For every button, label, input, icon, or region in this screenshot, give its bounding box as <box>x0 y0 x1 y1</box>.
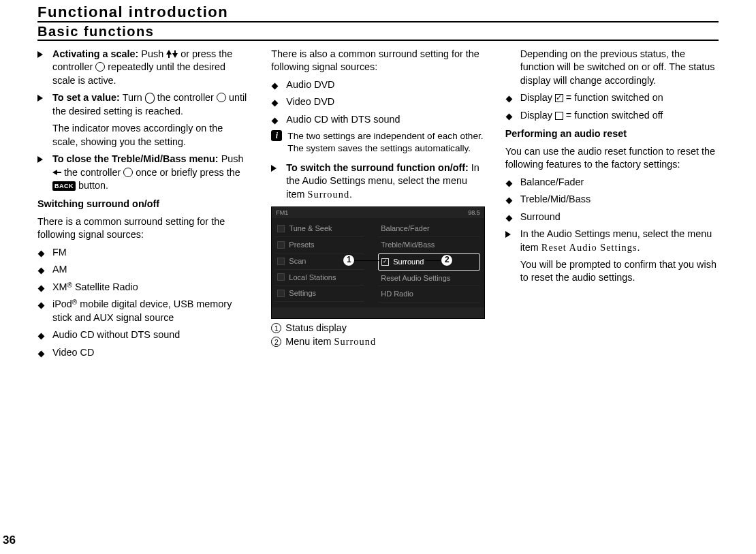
back-button-icon: BACK <box>52 181 76 191</box>
paragraph: There is a common surround setting for t… <box>37 215 251 242</box>
diamond-bullet-icon <box>38 268 45 275</box>
triangle-bullet-icon <box>37 95 43 102</box>
step-bold: To close the Treble/Mid/Bass menu: <box>52 153 219 164</box>
circled-1-icon: 1 <box>271 323 281 333</box>
screenshot-right-row: Treble/Mid/Bass <box>378 237 479 253</box>
device-screenshot: FM1 98.5 Tune & Seek Presets Scan Local … <box>271 206 484 319</box>
section-title: Basic functions <box>37 24 719 41</box>
list-item: Treble/Mid/Bass <box>505 193 719 206</box>
step-confirm-note: You will be prompted to confirm that you… <box>505 258 719 285</box>
screenshot-left-row: Settings <box>274 286 364 302</box>
paragraph: You can use the audio reset function to … <box>505 145 719 172</box>
list-item: Display = function switched off <box>505 109 719 123</box>
step-close-menu: To close the Treble/Mid/Bass menu: Push … <box>37 153 251 192</box>
arrow-left-icon <box>52 166 61 179</box>
subheading-audio-reset: Performing an audio reset <box>505 127 719 140</box>
list-item: AM <box>37 263 251 277</box>
triangle-bullet-icon <box>505 231 511 238</box>
step-set-value: To set a value: Turn the controller unti… <box>37 91 251 118</box>
menu-glyph-icon <box>277 273 285 281</box>
paragraph: There is also a common surround setting … <box>271 48 484 74</box>
list-item: Audio CD without DTS sound <box>37 328 251 342</box>
column-2: There is also a common surround setting … <box>271 48 484 363</box>
diamond-bullet-icon <box>505 180 512 187</box>
arrow-up-icon <box>166 48 172 61</box>
screenshot-band: FM1 <box>276 209 288 216</box>
rotate-icon <box>145 93 155 102</box>
triangle-bullet-icon <box>37 51 43 58</box>
step-switch-surround: To switch the surround function on/off: … <box>271 161 484 201</box>
step-result-note: Depending on the previous status, the fu… <box>505 48 719 87</box>
diamond-bullet-icon <box>38 333 45 340</box>
page: Functional introduction Basic functions … <box>0 0 756 554</box>
list-item: Video DVD <box>271 95 484 109</box>
list-item: Display = function switched on <box>505 91 719 105</box>
subheading-surround: Switching surround on/off <box>37 198 251 211</box>
diamond-bullet-icon <box>505 96 512 103</box>
diamond-bullet-icon <box>505 198 512 204</box>
diamond-bullet-icon <box>272 100 279 107</box>
list-item: Video CD <box>37 346 251 360</box>
content-columns: Activating a scale: Push or press the co… <box>37 48 719 363</box>
triangle-bullet-icon <box>37 156 43 163</box>
circled-2-icon: 2 <box>271 337 281 347</box>
list-item: Audio CD with DTS sound <box>271 113 484 127</box>
list-item: iPod® mobile digital device, USB memory … <box>37 298 251 324</box>
list-item: XM® Satellite Radio <box>37 281 251 294</box>
diamond-bullet-icon <box>38 303 45 309</box>
diamond-bullet-icon <box>272 117 279 124</box>
menu-glyph-icon <box>277 258 285 265</box>
list-item: Surround <box>505 211 719 224</box>
step-indicator-note: The indicator moves accordingly on the s… <box>37 122 251 149</box>
screenshot-left-row: Local Stations <box>274 270 364 286</box>
screenshot-right-row: HD Radio <box>378 286 479 303</box>
checkbox-empty-icon <box>555 112 563 120</box>
page-title: Functional introduction <box>37 3 719 22</box>
step-activating-scale: Activating a scale: Push or press the co… <box>37 48 251 87</box>
page-number: 36 <box>3 534 16 547</box>
controller-icon <box>95 62 105 72</box>
diamond-bullet-icon <box>505 215 512 221</box>
screenshot-right-row: Balance/Fader <box>378 221 479 237</box>
callout-line <box>426 260 442 261</box>
column-3: Depending on the previous status, the fu… <box>505 48 719 363</box>
diamond-bullet-icon <box>38 350 45 357</box>
callout-line <box>355 260 381 261</box>
screenshot-left-row: Presets <box>274 237 364 253</box>
caption-2: 2Menu item Surround <box>271 335 484 348</box>
menu-glyph-icon <box>277 225 285 232</box>
triangle-bullet-icon <box>271 165 277 172</box>
screenshot-right-row-selected: Surround <box>378 253 479 271</box>
step-bold: To set a value: <box>52 92 120 103</box>
menu-glyph-icon <box>277 290 285 297</box>
screenshot-right-row: Reset Audio Settings <box>378 271 479 287</box>
step-bold: Activating a scale: <box>52 48 138 59</box>
checkbox-checked-icon <box>381 258 389 266</box>
list-item: Audio DVD <box>271 78 484 92</box>
diamond-bullet-icon <box>505 113 512 120</box>
diamond-bullet-icon <box>272 82 279 89</box>
list-item: Balance/Fader <box>505 176 719 189</box>
list-item: FM <box>37 246 251 260</box>
diamond-bullet-icon <box>38 250 45 257</box>
step-reset-audio: In the Audio Settings menu, select the m… <box>505 228 719 254</box>
info-icon: i <box>271 130 282 141</box>
menu-glyph-icon <box>277 241 285 249</box>
caption-1: 1Status display <box>271 322 484 335</box>
screenshot-freq: 98.5 <box>468 209 480 217</box>
screenshot-left-row: Tune & Seek <box>274 221 364 237</box>
column-1: Activating a scale: Push or press the co… <box>37 48 251 363</box>
controller-icon <box>217 93 226 102</box>
diamond-bullet-icon <box>38 285 45 292</box>
info-note: i The two settings are independent of ea… <box>271 130 484 154</box>
controller-icon <box>123 168 133 177</box>
checkbox-checked-icon <box>555 94 563 102</box>
